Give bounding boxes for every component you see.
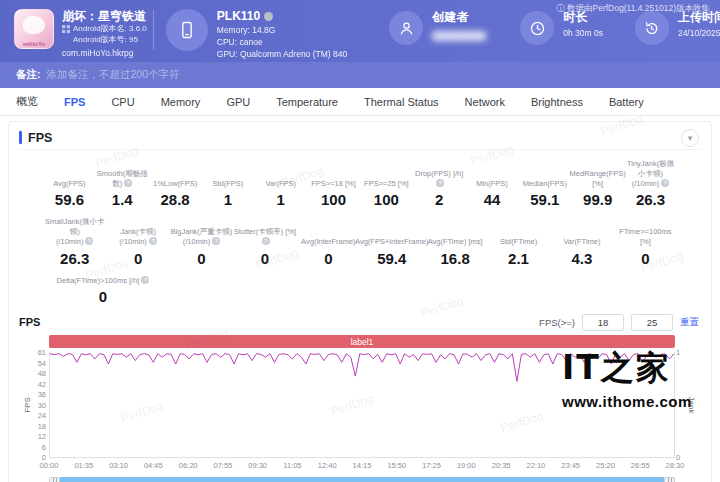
metric-cell: Median(FPS)59.1 [518,159,571,208]
info-icon[interactable]: ? [149,237,157,245]
remark-bar[interactable]: 备注: 添加备注，不超过200个字符 [0,62,720,88]
tab-Thermal Status[interactable]: Thermal Status [364,96,439,108]
y-axis-tick-left: 42 [28,379,46,388]
metric-cell: Smooth(顺畅指数)?1.4 [96,159,149,208]
panel-accent-bar [19,131,22,144]
metric-label: Std(FTime) [500,237,537,247]
metric-cell: Var(FTime)4.3 [550,217,613,266]
metric-value: 100 [321,191,346,208]
metric-cell: Avg(FPS)59.6 [43,159,96,208]
tab-Battery[interactable]: Battery [609,96,644,108]
scrollbar-right-handle[interactable] [664,477,675,482]
app-name: 崩坏：星穹铁道 [62,9,147,23]
remark-placeholder: 添加备注，不超过200个字符 [47,68,180,82]
y-axis-tick-left: 18 [28,421,46,430]
x-axis-tick: 04:45 [144,461,163,470]
x-axis-tick: 28:30 [666,461,685,470]
tab-Brightness[interactable]: Brightness [531,96,583,108]
scrollbar-track[interactable] [60,477,664,482]
metric-cell: BigJank(严重卡顿) (/10min)?0 [170,217,233,266]
x-axis-tick: 06:20 [179,461,198,470]
metric-label: Avg(FPS+InterFrame) [355,237,428,247]
metric-value: 100 [374,191,399,208]
metric-value: 0 [261,250,269,267]
tab-FPS[interactable]: FPS [64,96,85,108]
device-badge-icon [264,12,273,21]
metric-label: FPS>=18 [%] [311,179,356,189]
x-axis-tick: 20:35 [492,461,511,470]
tab-Memory[interactable]: Memory [161,96,201,108]
metric-value: 59.4 [377,250,406,267]
collapse-button[interactable]: ▾ [681,129,699,147]
metric-label: Median(FPS) [523,179,567,189]
metric-value: 0 [197,250,205,267]
y-axis-tick-left: 61 [28,348,46,357]
metrics-row: Avg(FPS)59.6Smooth(顺畅指数)?1.41%Low(FPS)28… [19,159,701,208]
app-icon: miHoYo [14,9,54,49]
app-version-code: Android版本号: 95 [73,35,138,45]
metric-label: Stutter(卡顿率) [%]? [233,227,296,247]
metric-cell: Var(FPS)1 [254,159,307,208]
tab-概览[interactable]: 概览 [16,94,38,109]
metric-value: 0 [324,250,332,267]
duration-value: 0h 30m 0s [563,28,603,38]
scrollbar-left-handle[interactable] [49,477,60,482]
chart-scrollbar[interactable] [49,477,675,482]
x-axis-tick: 14:15 [353,461,372,470]
info-icon[interactable]: ? [262,237,270,245]
y-axis-label-right: Jank [687,396,696,413]
fps-chart-plot-area[interactable]: 06121824303642485461 01 FPS Jank [49,352,675,458]
metric-value: 1 [277,191,285,208]
metric-cell: FPS>=18 [%]100 [307,159,360,208]
metric-cell: FPS>=25 [%]100 [360,159,413,208]
app-block: miHoYo 崩坏：星穹铁道 Android版本名: 3.6.0 Android… [14,9,147,58]
android-version-icon [62,25,70,33]
metric-label: Jank(卡顿) (/10min)? [119,227,157,247]
perfdog-version-note: ⓘ 数据由PerfDog(11.4.251012)版本收集 [556,3,710,15]
metric-label: Smooth(顺畅指数)? [96,169,149,189]
info-icon[interactable]: ? [124,179,132,187]
tab-Network[interactable]: Network [465,96,505,108]
metric-cell: Avg(FTime) [ms]16.8 [423,217,486,266]
fps-threshold-input-2[interactable] [631,314,673,331]
info-icon[interactable]: ? [436,179,444,187]
x-axis-tick: 26:55 [631,461,650,470]
metric-cell: TinyJank(极微小卡顿) (/10min)?26.3 [624,159,677,208]
metric-label: FTime>=100ms [%] [614,227,677,247]
info-icon[interactable]: ? [661,179,669,187]
x-axis-tick: 17:25 [422,461,441,470]
metric-label: FPS>=25 [%] [364,179,409,189]
device-cpu: CPU: canoe [217,37,347,47]
metric-cell: Min(FPS)44 [466,159,519,208]
metric-cell: Delta(FTime)>100ms [/h]?0 [43,276,163,306]
metric-label: Std(FPS) [212,179,243,189]
x-axis-tick: 01:35 [74,461,93,470]
metric-cell: Jank(卡顿) (/10min)?0 [106,217,169,266]
tab-Temperature[interactable]: Temperature [276,96,338,108]
tab-GPU[interactable]: GPU [226,96,250,108]
device-memory: Memory: 14.8G [217,25,347,35]
metric-label: 1%Low(FPS) [153,179,197,189]
fps-threshold-label: FPS(>=) [539,317,575,328]
metric-label: Avg(FPS) [53,179,85,189]
metric-cell: FTime>=100ms [%]0 [614,217,677,266]
x-axis-tick: 15:50 [387,461,406,470]
metric-label: SmallJank(微小卡顿) (/10min)? [43,217,106,246]
reset-button[interactable]: 重置 [680,316,699,329]
metric-value: 0 [134,250,142,267]
tab-CPU[interactable]: CPU [111,96,134,108]
metric-cell: Avg(InterFrame)0 [297,217,360,266]
info-icon[interactable]: ? [141,276,149,284]
info-icon[interactable]: ? [85,237,93,245]
y-axis-tick-right: 1 [676,348,688,357]
creator-name-redacted [432,31,486,41]
remark-label: 备注: [16,68,41,82]
metric-label: Avg(InterFrame) [301,237,355,247]
chevron-down-icon: ▾ [688,133,693,143]
creator-section: 创建者 [389,9,486,45]
fps-threshold-input-1[interactable] [582,314,624,331]
metric-value: 26.3 [60,250,89,267]
x-axis-tick: 09:30 [248,461,267,470]
info-icon[interactable]: ? [212,237,220,245]
content: FPS ▾ Avg(FPS)59.6Smooth(顺畅指数)?1.41%Low(… [0,116,720,482]
